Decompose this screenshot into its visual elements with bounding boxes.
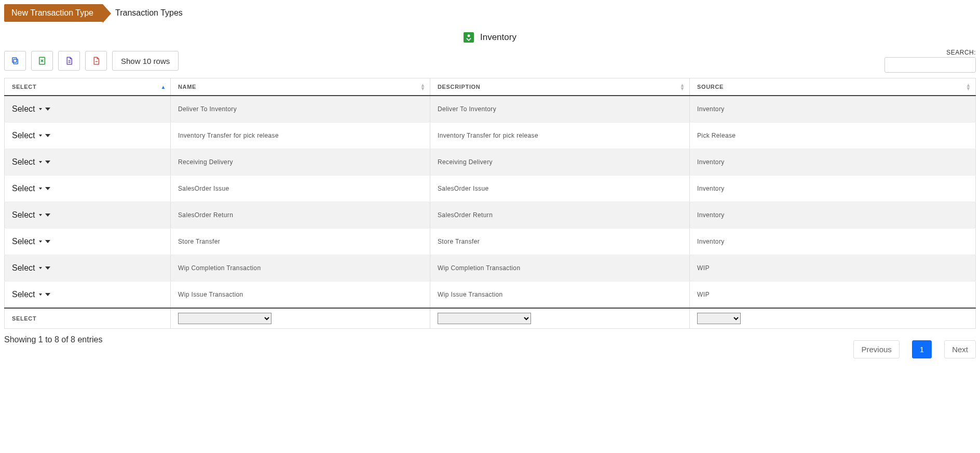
cell-source: Inventory: [690, 176, 976, 202]
cell-description: Deliver To Inventory: [430, 96, 690, 123]
show-rows-button[interactable]: Show 10 rows: [112, 51, 179, 71]
caret-down-icon: [45, 108, 50, 111]
caret-down-icon: [39, 135, 42, 137]
pager-previous-button[interactable]: Previous: [853, 340, 899, 358]
caret-down-icon: [45, 240, 50, 243]
document-icon: [64, 56, 74, 65]
col-header-select[interactable]: SELECT ▲: [5, 78, 171, 96]
table-row: Select Wip Issue TransactionWip Issue Tr…: [5, 282, 976, 309]
col-header-description-label: DESCRIPTION: [438, 84, 480, 90]
row-select-label: Select: [12, 104, 35, 114]
transaction-types-table: SELECT ▲ NAME ▲▼ DESCRIPTION ▲▼ SOURCE ▲…: [4, 78, 976, 329]
pdf-icon: [91, 56, 101, 65]
table-row: Select Store TransferStore TransferInven…: [5, 229, 976, 255]
caret-down-icon: [45, 161, 50, 164]
caret-down-icon: [39, 188, 42, 190]
caret-down-icon: [39, 294, 42, 296]
row-select-dropdown[interactable]: Select: [12, 157, 50, 167]
cell-name: Receiving Delivery: [171, 149, 430, 176]
export-excel-button[interactable]: [31, 51, 53, 71]
cell-name: Store Transfer: [171, 229, 430, 255]
pager-next-label: Next: [952, 345, 968, 354]
copy-button[interactable]: [4, 51, 26, 71]
sort-asc-icon: ▲: [160, 85, 166, 89]
row-select-dropdown[interactable]: Select: [12, 263, 50, 273]
row-select-dropdown[interactable]: Select: [12, 131, 50, 140]
row-select-dropdown[interactable]: Select: [12, 290, 50, 299]
breadcrumb-secondary-label[interactable]: Transaction Types: [115, 8, 183, 18]
cell-source: Inventory: [690, 202, 976, 229]
row-select-label: Select: [12, 184, 35, 193]
search-wrap: SEARCH:: [884, 49, 976, 73]
table-footer-bar: Showing 1 to 8 of 8 entries Previous 1 N…: [4, 335, 976, 358]
col-header-name[interactable]: NAME ▲▼: [171, 78, 430, 96]
row-select-label: Select: [12, 290, 35, 299]
page-title: Inventory: [4, 32, 976, 43]
svg-rect-2: [12, 58, 17, 62]
table-header-row: SELECT ▲ NAME ▲▼ DESCRIPTION ▲▼ SOURCE ▲…: [5, 78, 976, 96]
cell-name: SalesOrder Return: [171, 202, 430, 229]
cell-source: WIP: [690, 282, 976, 309]
cell-name: Wip Completion Transaction: [171, 255, 430, 282]
copy-icon: [10, 56, 20, 65]
table-row: Select SalesOrder IssueSalesOrder IssueI…: [5, 176, 976, 202]
pager-page-1-button[interactable]: 1: [912, 340, 932, 358]
toolbar: Show 10 rows SEARCH:: [4, 49, 976, 73]
breadcrumb-primary-label: New Transaction Type: [11, 8, 93, 17]
caret-down-icon: [45, 267, 50, 270]
row-select-dropdown[interactable]: Select: [12, 210, 50, 220]
row-select-dropdown[interactable]: Select: [12, 184, 50, 193]
cell-description: SalesOrder Issue: [430, 176, 690, 202]
excel-icon: [37, 56, 47, 65]
row-select-dropdown[interactable]: Select: [12, 237, 50, 246]
table-row: Select SalesOrder ReturnSalesOrder Retur…: [5, 202, 976, 229]
cell-source: Inventory: [690, 149, 976, 176]
export-pdf-button[interactable]: [85, 51, 107, 71]
row-select-label: Select: [12, 237, 35, 246]
table-row: Select Deliver To InventoryDeliver To In…: [5, 96, 976, 123]
search-input[interactable]: [884, 57, 976, 73]
cell-source: Pick Release: [690, 123, 976, 149]
caret-down-icon: [39, 267, 42, 269]
row-select-label: Select: [12, 263, 35, 273]
pager-previous-label: Previous: [861, 345, 891, 354]
toolbar-left: Show 10 rows: [4, 51, 179, 71]
new-transaction-type-tab[interactable]: New Transaction Type: [4, 4, 103, 22]
table-footer-row: SELECT: [5, 308, 976, 329]
sort-icon: ▲▼: [679, 83, 685, 90]
cell-description: Store Transfer: [430, 229, 690, 255]
col-header-description[interactable]: DESCRIPTION ▲▼: [430, 78, 690, 96]
caret-down-icon: [39, 214, 42, 216]
svg-point-0: [468, 34, 470, 37]
footer-filter-description[interactable]: [438, 313, 531, 324]
pager: Previous 1 Next: [853, 340, 976, 358]
cell-source: Inventory: [690, 229, 976, 255]
footer-filter-name[interactable]: [178, 313, 271, 324]
table-row: Select Inventory Transfer for pick relea…: [5, 123, 976, 149]
caret-down-icon: [39, 161, 42, 163]
entries-info: Showing 1 to 8 of 8 entries: [4, 335, 102, 344]
row-select-label: Select: [12, 131, 35, 140]
page-title-text: Inventory: [480, 32, 516, 42]
cell-description: SalesOrder Return: [430, 202, 690, 229]
footer-filter-source[interactable]: [697, 313, 741, 324]
table-row: Select Wip Completion TransactionWip Com…: [5, 255, 976, 282]
table-row: Select Receiving DeliveryReceiving Deliv…: [5, 149, 976, 176]
export-doc-button[interactable]: [58, 51, 80, 71]
cell-source: Inventory: [690, 96, 976, 123]
footer-select-label: SELECT: [5, 308, 171, 329]
cell-name: Deliver To Inventory: [171, 96, 430, 123]
col-header-source[interactable]: SOURCE ▲▼: [690, 78, 976, 96]
breadcrumb: New Transaction Type Transaction Types: [4, 4, 976, 22]
row-select-label: Select: [12, 210, 35, 220]
row-select-dropdown[interactable]: Select: [12, 104, 50, 114]
cell-description: Wip Issue Transaction: [430, 282, 690, 309]
caret-down-icon: [45, 293, 50, 296]
cell-name: Inventory Transfer for pick release: [171, 123, 430, 149]
col-header-name-label: NAME: [178, 84, 196, 90]
show-rows-label: Show 10 rows: [121, 57, 170, 65]
search-label: SEARCH:: [884, 49, 976, 56]
cell-source: WIP: [690, 255, 976, 282]
pager-next-button[interactable]: Next: [944, 340, 976, 358]
cell-description: Inventory Transfer for pick release: [430, 123, 690, 149]
